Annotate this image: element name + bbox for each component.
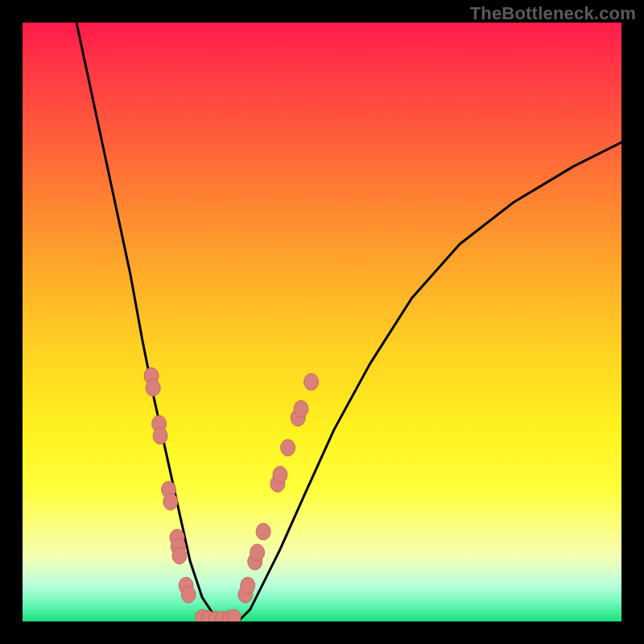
data-marker	[241, 577, 255, 594]
data-marker	[304, 374, 319, 390]
plot-area	[23, 23, 621, 621]
data-marker	[250, 544, 265, 561]
watermark-text: TheBottleneck.com	[470, 3, 636, 24]
data-marker	[172, 547, 187, 564]
curve-layer	[23, 23, 621, 621]
data-marker	[281, 440, 295, 456]
data-marker	[181, 586, 196, 603]
data-marker	[163, 493, 178, 510]
data-marker	[153, 427, 167, 444]
data-marker	[294, 401, 308, 418]
data-marker	[256, 523, 270, 540]
bottleneck-curve	[76, 23, 621, 621]
chart-frame: TheBottleneck.com	[0, 0, 644, 644]
data-marker	[227, 609, 241, 621]
data-marker	[146, 379, 160, 396]
data-marker	[273, 466, 287, 483]
